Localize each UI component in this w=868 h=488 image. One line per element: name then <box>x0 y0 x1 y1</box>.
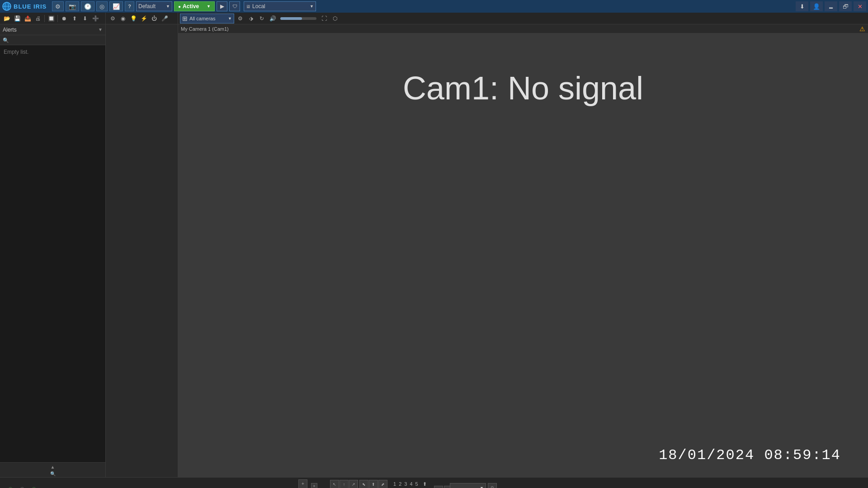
local-dropdown[interactable]: 🖥 Local ▼ <box>244 1 316 11</box>
title-bar: BLUE IRIS ⚙ 📷 🕐 ◎ 📈 ? Default ▼ ● Active… <box>0 0 868 13</box>
main-content: Alerts ▼ Empty list. ▲ 🔍 My Camera 1 (Ca… <box>0 24 868 477</box>
settings-btn[interactable]: ⚙ <box>52 1 64 11</box>
volume-fill <box>280 17 302 20</box>
zoom-icon[interactable]: 🔍 <box>50 471 56 476</box>
tb-save-btn[interactable]: 💾 <box>12 14 22 23</box>
all-cameras-arrow: ▼ <box>228 16 232 21</box>
allcam-popup-btn[interactable]: ⬗ <box>246 14 256 23</box>
tb-rec-btn[interactable]: ⏺ <box>59 14 69 23</box>
ptz-controls: ↖ ↑ ↗ ← ⊙ → ↙ ↓ ↘ <box>330 480 358 488</box>
cam-mic-btn[interactable]: 🎤 <box>160 14 170 23</box>
zoom-in-btn[interactable]: + <box>298 479 307 488</box>
camera-add-btn[interactable]: 📷 <box>66 1 79 11</box>
user-btn[interactable]: 👤 <box>810 1 823 11</box>
tb-sep1 <box>44 15 45 22</box>
alerts-list: Empty list. <box>0 45 105 462</box>
tb-down-btn[interactable]: ⬇ <box>80 14 90 23</box>
allcam-fullscreen-btn[interactable]: ⛶ <box>319 14 329 23</box>
graph-btn[interactable]: 📈 <box>109 1 123 11</box>
ptz-ext-upright[interactable]: ⬈ <box>378 480 387 488</box>
ptz-upright-btn[interactable]: ↗ <box>349 480 358 488</box>
zoom2-controls: + − <box>311 483 317 488</box>
cam-power-btn[interactable]: ⏻ <box>149 14 159 23</box>
camera-list-panel <box>106 24 178 477</box>
allcam-expand-btn[interactable]: ⬡ <box>330 14 340 23</box>
restore-btn[interactable]: 🗗 <box>839 1 852 11</box>
tb-sep2 <box>57 15 58 22</box>
allcam-toolbar-area: ⊞ All cameras ▼ ⚙ ⬗ ↻ 🔊 ⛶ ⬡ <box>178 13 868 24</box>
cam-settings-btn[interactable]: ⚙ <box>108 14 118 23</box>
preset-refresh-btn[interactable]: ⊙ <box>488 483 497 488</box>
volume-slider[interactable] <box>280 17 316 20</box>
tb-export-btn[interactable]: 📤 <box>23 14 33 23</box>
bottom-icon1[interactable]: ✳ <box>5 484 15 488</box>
bottom-icon3[interactable]: ✳ <box>29 484 39 488</box>
preset-row1: 1 2 3 4 5 ⬆ <box>393 481 429 487</box>
tb-up-btn[interactable]: ⬆ <box>70 14 80 23</box>
camera-toolbar: ⚙ ◉ 💡 ⚡ ⏻ 🎤 <box>106 13 178 24</box>
preset-dropdown[interactable]: ▼ <box>450 483 486 488</box>
refresh-icon[interactable]: ⊙ <box>488 483 497 488</box>
alerts-label: Alerts <box>3 27 17 33</box>
allcam-refresh-btn[interactable]: ↻ <box>257 14 267 23</box>
allcam-volume-btn[interactable]: 🔊 <box>268 14 278 23</box>
cam-rec-btn[interactable]: ◉ <box>118 14 128 23</box>
empty-list-text: Empty list. <box>4 49 28 55</box>
left-panel: Alerts ▼ Empty list. ▲ 🔍 <box>0 24 106 477</box>
minimize-btn[interactable]: 🗕 <box>825 1 837 11</box>
ptz-ext-up[interactable]: ⬆ <box>369 480 378 488</box>
preset-5[interactable]: 5 <box>415 481 418 487</box>
tb-frame-btn[interactable]: 🔲 <box>46 14 56 23</box>
preset-save-icon[interactable]: ⬆ <box>423 481 427 487</box>
ptz-up-btn[interactable]: ↑ <box>340 480 349 488</box>
local-arrow: ▼ <box>310 4 314 9</box>
close-btn[interactable]: ✕ <box>854 1 866 11</box>
grid-icon: ⊞ <box>182 15 188 22</box>
logo-icon <box>2 1 12 11</box>
preset-1[interactable]: 1 <box>393 481 396 487</box>
scroll-up-btn[interactable]: ▲ <box>50 464 56 470</box>
tb-add-btn[interactable]: ➕ <box>90 14 100 23</box>
bottom-icon2[interactable]: ✳ <box>17 484 27 488</box>
warning-icon: ⚠ <box>859 25 865 33</box>
logo-text: BLUE IRIS <box>14 3 47 10</box>
active-dot: ● <box>178 4 181 9</box>
preset-3[interactable]: 3 <box>404 481 407 487</box>
tb-open-btn[interactable]: 📂 <box>2 14 12 23</box>
tilt-down-btn[interactable]: ↓ <box>434 486 443 488</box>
ptz-extra-controls: ⬉ ⬆ ⬈ ⬅ ➡ ⬋ ⬇ ⬊ <box>359 480 387 488</box>
bottom-bar: ✳ ✳ ✳ + − + − ↖ ↑ ↗ ← ⊙ → ↙ ↓ ↘ ⬉ ⬆ ⬈ ⬅ … <box>0 477 868 488</box>
profile-dropdown[interactable]: Default ▼ <box>136 1 172 11</box>
active-arrow: ▼ <box>207 4 211 9</box>
main-toolbar: 📂 💾 📤 🖨 🔲 ⏺ ⬆ ⬇ ➕ <box>0 13 106 24</box>
active-label: Active <box>183 3 199 9</box>
zoom-in2-btn[interactable]: + <box>311 483 317 488</box>
all-cameras-label: All cameras <box>189 16 215 21</box>
active-button[interactable]: ● Active ▼ <box>174 1 215 11</box>
cam-trigger-btn[interactable]: ⚡ <box>139 14 149 23</box>
ptz-upleft-btn[interactable]: ↖ <box>330 480 339 488</box>
local-label: Local <box>252 3 265 9</box>
logo-area: BLUE IRIS <box>2 1 47 11</box>
shield-icon: 🛡 <box>232 4 237 9</box>
shield-button[interactable]: 🛡 <box>229 1 240 11</box>
alerts-dropdown-icon[interactable]: ▼ <box>98 27 103 32</box>
schedule-btn[interactable]: 🕐 <box>81 1 94 11</box>
all-cameras-dropdown[interactable]: ⊞ All cameras ▼ <box>180 14 234 23</box>
ptz-ext-upleft[interactable]: ⬉ <box>359 480 368 488</box>
video-timestamp: 18/01/2024 08:59:14 <box>659 447 841 464</box>
preset-2[interactable]: 2 <box>399 481 401 487</box>
cam-light-btn[interactable]: 💡 <box>128 14 138 23</box>
monitor-icon: 🖥 <box>246 4 250 9</box>
help-btn[interactable]: ? <box>125 1 134 11</box>
allcam-settings-btn[interactable]: ⚙ <box>235 14 245 23</box>
status-btn[interactable]: ◎ <box>96 1 108 11</box>
play-button[interactable]: ▶ <box>217 1 227 11</box>
zoom-controls: + − <box>298 479 307 488</box>
play-icon: ▶ <box>220 3 224 9</box>
video-area: My Camera 1 (Cam1) ⚠ Cam1: No signal 18/… <box>178 24 868 477</box>
preset-4[interactable]: 4 <box>410 481 412 487</box>
tb-print-btn[interactable]: 🖨 <box>33 14 43 23</box>
download-btn[interactable]: ⬇ <box>796 1 808 11</box>
search-input[interactable] <box>0 35 105 45</box>
